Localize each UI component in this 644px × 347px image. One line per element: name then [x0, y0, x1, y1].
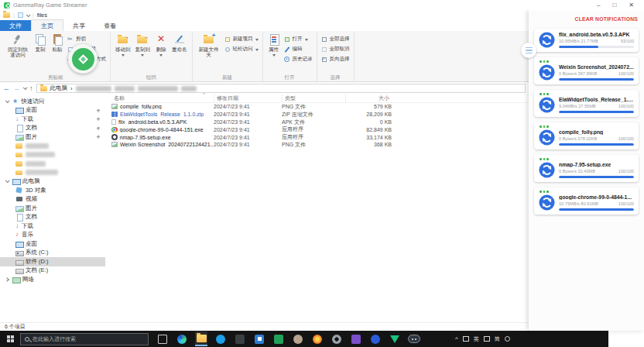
up-button[interactable]: ↑ [29, 84, 33, 92]
transfer-card[interactable]: google-chrome-99-0-4844-1... 10.75MB/s 8… [534, 187, 639, 215]
column-header-name[interactable]: 名称 [111, 94, 214, 102]
app-gray-button[interactable] [292, 332, 304, 346]
copy-button[interactable]: 复制 [32, 33, 49, 52]
sidebar-section-this-pc[interactable]: 此电脑 [0, 177, 105, 187]
properties-button[interactable]: 属性 [265, 33, 283, 57]
task-view-button[interactable] [156, 332, 169, 346]
edit-button[interactable]: 编辑 [284, 45, 313, 53]
cut-button[interactable]: ✂剪切 [67, 35, 106, 43]
move-to-button[interactable]: → 移动到 [113, 33, 133, 57]
breadcrumb-redacted-segment[interactable] [115, 86, 135, 91]
tray-volume-icon[interactable] [484, 336, 490, 342]
app-green-button[interactable] [272, 332, 285, 346]
app-orange-button[interactable] [311, 332, 324, 346]
app-blue-button[interactable] [214, 332, 227, 346]
sidebar-item-desktop-pinned[interactable]: 桌面 [0, 106, 105, 115]
tray-circle-icon[interactable] [505, 336, 510, 342]
clear-notifications-button[interactable]: CLEAR NOTIFICATIONS [575, 16, 638, 22]
copy-to-button[interactable]: → 复制到 [133, 33, 153, 57]
breadcrumb-redacted-segment[interactable] [181, 86, 197, 91]
table-row[interactable]: ElaWidgetTools_Release_1.1.0.zip 2024/7/… [111, 111, 529, 119]
chevron-down-icon[interactable] [5, 179, 10, 184]
start-button[interactable] [0, 331, 20, 347]
sidebar-item-redacted-folder[interactable] [0, 168, 105, 177]
maximize-button[interactable]: □ [612, 2, 616, 9]
pin-to-quick-access-button[interactable]: 固定到快速访问 [4, 33, 32, 57]
hidden-icons-button[interactable]: ^ [455, 335, 458, 342]
sidebar-item-music[interactable]: ♪音乐 [0, 231, 105, 240]
select-none-button[interactable]: 全部取消 [321, 45, 350, 53]
app-pill-button[interactable] [408, 332, 420, 346]
gammaray-overlay-ball[interactable] [68, 44, 98, 74]
sidebar-section-quick-access[interactable]: ★ 快速访问 [0, 97, 105, 106]
invert-selection-button[interactable]: 反向选择 [321, 55, 350, 64]
sidebar-item-redacted-folder[interactable] [0, 142, 105, 151]
column-header-size[interactable]: 大小 [345, 94, 392, 102]
sidebar-item-redacted-folder[interactable] [0, 160, 105, 169]
paste-button[interactable]: 粘贴 [49, 33, 66, 52]
tab-file[interactable]: 文件 [0, 20, 31, 31]
select-all-button[interactable]: 全部选择 [321, 35, 350, 43]
breadcrumb-redacted-segment[interactable] [76, 86, 111, 91]
table-row[interactable]: google-chrome-99-0-4844-151.exe 2024/7/2… [111, 125, 529, 133]
transfer-card[interactable]: nmap-7.95-setup.exe 0 Bytes/s 32.40MB 10… [534, 155, 639, 182]
easy-access-button[interactable]: 轻松访问 [224, 45, 259, 53]
rename-button[interactable]: 重命名 [170, 33, 190, 52]
app-purple-button[interactable] [350, 332, 362, 346]
transfer-card[interactable]: compile_folly.png 0 Bytes/s 578.02KB 100… [534, 122, 639, 149]
sidebar-item-drive-d-selected[interactable]: 软件 (D:) [0, 257, 105, 266]
taskbar-search[interactable] [20, 333, 149, 345]
ime-chinese-indicator[interactable]: 简 [495, 335, 500, 343]
delete-button[interactable]: ✕ 删除 [152, 33, 170, 57]
chevron-right-icon[interactable] [5, 277, 9, 282]
app-indigo-button[interactable] [369, 332, 382, 346]
new-folder-button[interactable]: + 新建文件夹 [195, 33, 223, 57]
table-row[interactable]: compile_folly.png 2024/7/23 9:41 PNG 文件 … [111, 103, 529, 111]
breadcrumb-redacted-segment[interactable] [138, 86, 178, 91]
search-input[interactable] [33, 336, 133, 342]
transfer-card[interactable]: flix_android.beta.v0.5.3.APK 10.95MB/s 2… [534, 29, 639, 52]
sidebar-item-desktop[interactable]: 桌面 [0, 239, 105, 249]
app-v-button[interactable] [389, 332, 401, 346]
back-button[interactable]: ← [3, 84, 10, 92]
app-store-button[interactable] [253, 332, 265, 346]
panel-collapse-handle[interactable] [521, 43, 536, 58]
sidebar-item-drive-c[interactable]: 系统 (C:) [0, 249, 105, 258]
minimize-button[interactable]: – [597, 2, 600, 9]
tab-share[interactable]: 共享 [63, 20, 94, 31]
app-dark-button[interactable] [234, 332, 246, 346]
sidebar-item-pictures-pinned[interactable]: 图片 [0, 132, 105, 142]
open-button[interactable]: 打开 [284, 35, 313, 43]
sidebar-item-drive-e[interactable]: 文档 (E:) [0, 266, 105, 276]
ime-english-indicator[interactable]: 英 [474, 335, 479, 343]
sidebar-item-redacted-folder[interactable] [0, 150, 105, 160]
tab-view[interactable]: 查看 [94, 20, 125, 31]
tab-home[interactable]: 主页 [31, 19, 63, 31]
table-row[interactable]: Weixin Screenshot_20240722124421... 2024… [111, 141, 529, 149]
sidebar-item-videos[interactable]: 视频 [0, 195, 105, 204]
column-header-date[interactable]: 修改日期 [214, 94, 282, 102]
settings-button[interactable] [331, 332, 343, 346]
sidebar-section-network[interactable]: 网络 [0, 275, 105, 284]
close-button[interactable]: ✕ [629, 2, 634, 9]
forward-button[interactable]: → [13, 84, 20, 92]
history-button[interactable]: 历史记录 [284, 55, 313, 64]
sidebar-item-downloads[interactable]: ↓下载 [0, 222, 105, 231]
edge-button[interactable] [176, 332, 188, 346]
tray-app-icon[interactable] [463, 336, 469, 342]
qat-dropdown-icon[interactable] [26, 12, 31, 17]
sidebar-item-documents-pinned[interactable]: 文档 [0, 124, 105, 133]
sidebar-item-downloads-pinned[interactable]: ↓ 下载 [0, 115, 105, 124]
history-dropdown-icon[interactable] [23, 85, 28, 90]
breadcrumb-root[interactable]: 此电脑 [50, 84, 68, 92]
chevron-down-icon[interactable] [5, 98, 10, 103]
transfer-card[interactable]: Weixin Screenshot_2024072... 0 Bytes/s 3… [534, 57, 639, 84]
new-item-button[interactable]: 新建项目 [224, 35, 259, 43]
qat-properties-icon[interactable] [18, 12, 23, 18]
sidebar-item-documents[interactable]: 文档 [0, 213, 105, 222]
table-row[interactable]: flix_android.beta.v0.5.3.APK 2024/7/23 9… [111, 119, 529, 126]
table-row[interactable]: nmap-7.95-setup.exe 2024/7/23 9:41 应用程序 … [111, 133, 529, 141]
sidebar-item-pictures[interactable]: 图片 [0, 204, 105, 213]
file-explorer-button[interactable] [195, 332, 207, 346]
column-header-type[interactable]: 类型 [282, 94, 345, 102]
